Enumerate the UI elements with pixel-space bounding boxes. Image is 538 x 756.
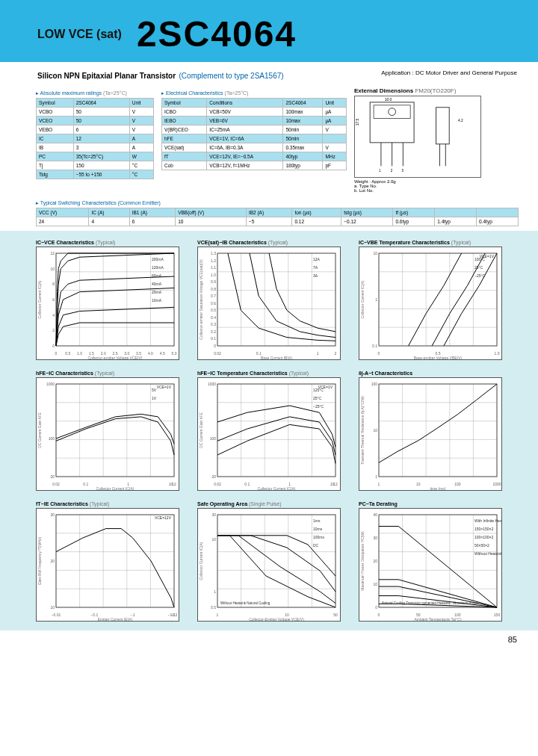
svg-text:100: 100: [371, 382, 378, 386]
table-header: Unit: [129, 99, 153, 108]
svg-rect-1: [374, 105, 410, 119]
svg-text:0.1: 0.1: [211, 336, 216, 341]
chart-box: 1101001000110100time (ms)Transient Therm…: [359, 377, 502, 491]
svg-text:4.5: 4.5: [160, 351, 165, 356]
table-row: V(BR)CEOIC=25mA50minV: [162, 126, 347, 134]
svg-text:1V: 1V: [152, 396, 157, 400]
svg-text:7A: 7A: [313, 265, 318, 270]
svg-text:1: 1: [217, 613, 219, 617]
chart: IC−VBE Temperature Characteristics (Typi…: [359, 240, 508, 360]
svg-text:12: 12: [50, 251, 55, 255]
svg-text:120mA: 120mA: [152, 265, 164, 270]
svg-text:150×150×2: 150×150×2: [474, 527, 494, 531]
chart-title: hFE−IC Temperature Characteristics (Typi…: [197, 371, 347, 376]
svg-text:0.02: 0.02: [214, 482, 221, 486]
svg-text:0.1: 0.1: [244, 482, 250, 486]
svg-text:10ms: 10ms: [313, 527, 323, 531]
svg-text:Collector Current IC(A): Collector Current IC(A): [199, 542, 203, 580]
svg-text:1.3: 1.3: [211, 251, 216, 255]
table-row: IEBOVEB=6V10maxµA: [162, 117, 347, 126]
svg-text:1: 1: [375, 474, 377, 479]
table-row: Tj150°C: [37, 161, 154, 170]
svg-text:10: 10: [50, 267, 55, 271]
chart-box: 0.020.1110122010010005V1VVCE=1VCollector…: [36, 377, 179, 491]
svg-text:With Infinite Heatsink: With Infinite Heatsink: [474, 518, 501, 523]
svg-text:VCE=1V: VCE=1V: [318, 385, 333, 389]
table-row: hFEVCE=1V, IC=6A50min: [162, 134, 347, 143]
svg-text:30: 30: [211, 512, 216, 517]
svg-text:VCE=12V: VCE=12V: [155, 515, 172, 520]
svg-text:0.1: 0.1: [83, 482, 88, 486]
chart-box: 050100150010203040With Infinite Heatsink…: [359, 508, 502, 622]
svg-text:1.0: 1.0: [77, 351, 82, 356]
svg-text:0.3: 0.3: [211, 322, 216, 326]
table-header: 2SC4064: [283, 99, 323, 108]
svg-text:VCE=1V: VCE=1V: [480, 254, 495, 258]
package-notes: Weight : Approx 2.0g a. Type No. b. Lot …: [354, 179, 519, 193]
svg-text:Gain-BW Frequency fT(MHz): Gain-BW Frequency fT(MHz): [37, 536, 42, 585]
svg-text:−25°C: −25°C: [313, 404, 324, 409]
svg-text:8: 8: [52, 282, 55, 286]
chart-box: 00.51.01.52.02.53.03.54.04.55.0024681012…: [36, 247, 179, 360]
svg-text:1000: 1000: [46, 382, 55, 386]
chart-title: PC−Ta Derating: [359, 501, 508, 506]
elec-col: ▸ Electrical Characteristics (Ta=25°C) S…: [161, 87, 347, 193]
svg-text:time (ms): time (ms): [430, 486, 446, 491]
ext-col: External Dimensions FM20(TO220F) 17.5 10…: [354, 87, 519, 193]
table-header: Symbol: [162, 99, 207, 108]
svg-text:20: 20: [50, 559, 55, 563]
svg-text:1.2: 1.2: [211, 258, 216, 263]
svg-text:0.8: 0.8: [211, 287, 216, 291]
table-row: IC12A: [37, 134, 154, 143]
svg-text:1: 1: [214, 589, 216, 594]
charts-band: IC−VCE Characteristics (Typical)00.51.01…: [0, 231, 538, 630]
svg-text:Emitter Current IE(A): Emitter Current IE(A): [98, 617, 133, 622]
chart: VCE(sat)−IB Characteristics (Typical)0.0…: [197, 240, 347, 360]
svg-text:Transient Thermal Resistance θ: Transient Thermal Resistance θj-A(°C/W): [360, 396, 365, 465]
table-row: IB3A: [37, 143, 154, 152]
svg-text:200mA: 200mA: [152, 257, 164, 261]
svg-text:20mA: 20mA: [152, 290, 162, 294]
svg-text:−0.01: −0.01: [52, 613, 61, 617]
chart: PC−Ta Derating 050100150010203040With In…: [359, 501, 508, 622]
ext-dim-title: External Dimensions FM20(TO220F): [354, 87, 519, 94]
svg-text:4.0: 4.0: [148, 351, 153, 356]
svg-text:50×50×2: 50×50×2: [474, 543, 489, 548]
svg-text:0.02: 0.02: [52, 482, 60, 486]
elec-table: SymbolConditions2SC4064UnitICBOVCB=50V10…: [161, 98, 347, 170]
svg-text:DC Current Gain hFE: DC Current Gain hFE: [199, 412, 203, 447]
svg-text:10.0: 10.0: [385, 98, 392, 102]
svg-text:100×100×2: 100×100×2: [474, 535, 494, 539]
table-header: Conditions: [207, 99, 283, 108]
chart-title: VCE(sat)−IB Characteristics (Typical): [197, 240, 347, 245]
table-row: Tstg−55 to +150°C: [37, 170, 154, 179]
table-row: VCE(sat)IC=6A, IB=0.3A0.35maxV: [162, 143, 347, 152]
chart: θj-A−t Characteristics 1101001000110100t…: [359, 371, 508, 491]
svg-text:Collector Current IC(A): Collector Current IC(A): [37, 280, 42, 318]
chart-grid: IC−VCE Characteristics (Typical)00.51.01…: [36, 240, 519, 622]
svg-text:100ms: 100ms: [313, 535, 325, 539]
svg-text:150: 150: [494, 613, 501, 617]
svg-text:100: 100: [210, 436, 217, 441]
table-header: Symbol: [37, 99, 74, 108]
svg-text:100: 100: [454, 482, 461, 486]
svg-text:20: 20: [211, 474, 216, 479]
table-row: 244610−50.12−0.120.6typ1.4typ0.4typ: [37, 217, 519, 226]
table-row: VCBO50V: [37, 108, 154, 117]
page-number: 85: [0, 630, 538, 648]
svg-text:1000: 1000: [208, 382, 216, 386]
datasheet-page: LOW VCE (sat) 2SC4064 Application : DC M…: [0, 0, 538, 648]
header-band: LOW VCE (sat) 2SC4064: [0, 0, 538, 62]
svg-rect-6: [436, 108, 450, 144]
svg-text:0.2: 0.2: [211, 329, 216, 334]
svg-text:10: 10: [211, 537, 216, 542]
svg-text:0: 0: [52, 344, 55, 348]
svg-text:25°C: 25°C: [474, 265, 483, 270]
svg-text:0.6: 0.6: [211, 301, 216, 306]
chart-box: 110500.5110301ms10ms100msDCWithout Heats…: [197, 508, 341, 622]
switching-title: ▸ Typical Switching Characteristics (Com…: [36, 200, 519, 206]
svg-rect-66: [217, 253, 336, 346]
svg-text:0.5: 0.5: [211, 605, 216, 610]
chart-title: θj-A−t Characteristics: [359, 371, 508, 376]
svg-text:0.1: 0.1: [372, 344, 377, 348]
